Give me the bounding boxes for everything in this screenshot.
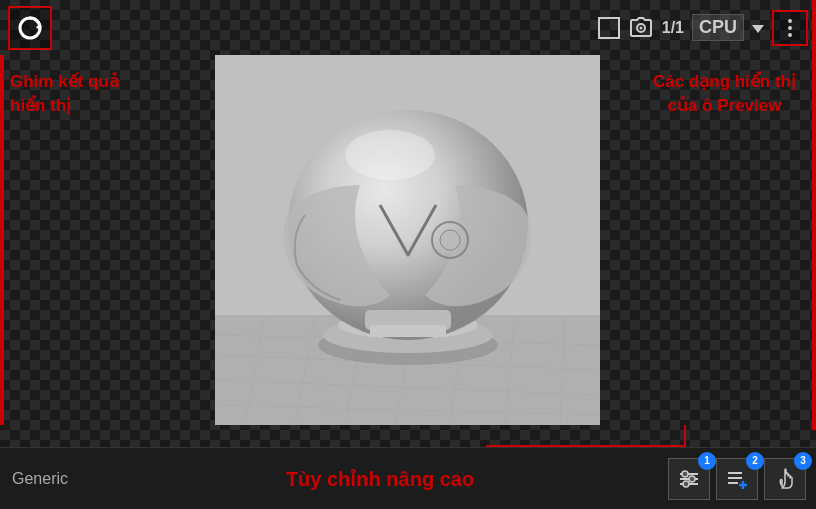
badge-3: 3 <box>794 452 812 470</box>
svg-point-3 <box>639 26 642 29</box>
bottom-icon-1-group: 1 <box>668 458 710 500</box>
sliders-icon <box>676 468 702 490</box>
fraction-display: 1/1 <box>662 19 684 37</box>
generic-label: Generic <box>12 470 92 488</box>
svg-point-31 <box>683 481 689 487</box>
advanced-settings-label: Tùy chỉnh nâng cao <box>92 467 668 491</box>
render-image <box>215 55 600 425</box>
pin-render-button[interactable] <box>8 6 52 50</box>
badge-2: 2 <box>746 452 764 470</box>
bottom-icon-3-group: 3 <box>764 458 806 500</box>
preview-render-area <box>215 55 600 425</box>
hand-icon <box>772 466 798 492</box>
cycle-render-icon <box>16 14 44 42</box>
toolbar: 1/1 CPU <box>0 0 816 55</box>
svg-point-29 <box>682 471 688 477</box>
render-square-icon[interactable] <box>598 17 620 39</box>
svg-point-23 <box>345 130 435 180</box>
left-bracket <box>0 55 4 425</box>
right-bracket <box>812 0 816 430</box>
camera-icon[interactable] <box>628 17 654 39</box>
toolbar-right: 1/1 CPU <box>598 10 808 46</box>
list-add-icon <box>724 468 750 490</box>
more-menu-button[interactable] <box>772 10 808 46</box>
bottom-icons-group: 1 2 <box>668 458 806 500</box>
dropdown-arrow-icon <box>752 25 764 33</box>
annotation-line <box>486 445 686 447</box>
badge-1: 1 <box>698 452 716 470</box>
bottom-bar: Generic Tùy chỉnh nâng cao 1 2 <box>0 447 816 509</box>
bottom-icon-2-group: 2 <box>716 458 758 500</box>
svg-point-22 <box>440 230 460 250</box>
cpu-label: CPU <box>692 14 744 41</box>
svg-point-30 <box>689 476 695 482</box>
svg-rect-25 <box>370 325 446 337</box>
right-annotation-label: Các dạng hiển thị của ô Preview <box>653 70 796 118</box>
left-annotation-label: Ghim kết quả hiển thị <box>10 70 119 118</box>
